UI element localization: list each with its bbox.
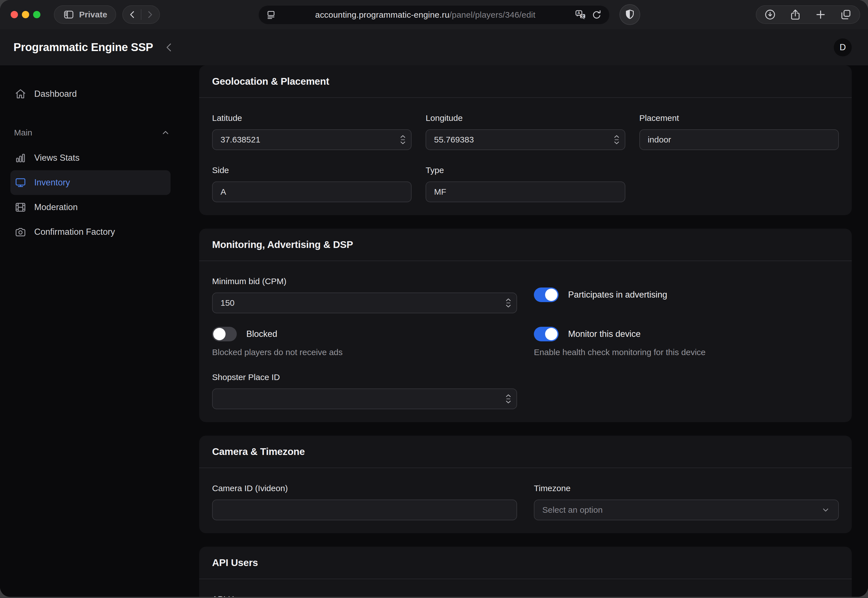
placement-input[interactable] bbox=[639, 129, 839, 150]
chevron-up-icon bbox=[160, 128, 171, 138]
field-minimum-bid: Minimum bid (CPM) bbox=[212, 276, 517, 313]
downloads-icon[interactable] bbox=[764, 8, 777, 21]
field-label: Longitude bbox=[426, 113, 625, 123]
field-label: Placement bbox=[639, 113, 839, 123]
latitude-input[interactable] bbox=[212, 129, 412, 150]
sidebar-section-main[interactable]: Main bbox=[14, 128, 171, 138]
camera-icon bbox=[15, 226, 26, 238]
app-header: Programmatic Engine SSP D bbox=[0, 29, 868, 65]
forward-button[interactable] bbox=[142, 7, 157, 22]
tab-overview-icon[interactable] bbox=[840, 8, 852, 21]
api-users-label: API Users bbox=[212, 594, 839, 597]
card-geolocation-placement: Geolocation & Placement Latitude bbox=[199, 65, 852, 215]
field-label: Camera ID (Ivideon) bbox=[212, 483, 517, 493]
field-label: Shopster Place ID bbox=[212, 372, 517, 382]
minimum-bid-input[interactable] bbox=[212, 293, 517, 313]
back-button[interactable] bbox=[125, 7, 140, 22]
helper-text: Enable health check monitoring for this … bbox=[534, 348, 839, 357]
section-label: Main bbox=[14, 128, 32, 138]
sidebar-item-confirmation-factory[interactable]: Confirmation Factory bbox=[10, 220, 171, 244]
timezone-select[interactable]: Select an option bbox=[534, 499, 839, 520]
page-title: Programmatic Engine SSP bbox=[13, 41, 153, 54]
reload-icon[interactable] bbox=[591, 9, 603, 21]
field-placement: Placement bbox=[639, 113, 839, 150]
field-longitude: Longitude bbox=[426, 113, 625, 150]
field-camera-id: Camera ID (Ivideon) bbox=[212, 483, 517, 520]
url-host: accounting.programmatic-engine.ru bbox=[315, 10, 450, 19]
close-button[interactable] bbox=[10, 11, 18, 18]
field-label: Latitude bbox=[212, 113, 412, 123]
monitor-this-device-toggle[interactable] bbox=[534, 327, 558, 341]
field-side: Side bbox=[212, 165, 412, 202]
participates-in-advertising-toggle[interactable] bbox=[534, 287, 558, 302]
url-path: /panel/players/346/edit bbox=[449, 10, 535, 19]
sidebar-toggle-icon[interactable] bbox=[63, 9, 75, 21]
field-shopster-place-id: Shopster Place ID bbox=[212, 372, 517, 409]
translate-icon[interactable]: A 文 bbox=[574, 8, 587, 21]
sidebar-item-label: Views Stats bbox=[34, 153, 79, 163]
shield-icon bbox=[624, 8, 636, 21]
card-camera-timezone: Camera & Timezone Camera ID (Ivideon) Ti… bbox=[199, 436, 852, 533]
private-label: Private bbox=[79, 10, 107, 19]
bar-chart-icon bbox=[15, 152, 26, 164]
address-bar[interactable]: accounting.programmatic-engine.ru/panel/… bbox=[259, 6, 609, 24]
stepper-icon[interactable] bbox=[400, 135, 406, 145]
monitor-toggle-group: Monitor this device Enable health check … bbox=[534, 327, 839, 357]
helper-text: Blocked players do not receive ads bbox=[212, 348, 517, 357]
sidebar-item-moderation[interactable]: Moderation bbox=[10, 195, 171, 220]
stepper-icon[interactable] bbox=[505, 298, 512, 308]
privacy-shield-button[interactable] bbox=[620, 4, 640, 25]
type-input[interactable] bbox=[426, 181, 625, 202]
card-title: Monitoring, Advertising & DSP bbox=[212, 239, 353, 250]
sidebar-item-label: Dashboard bbox=[34, 89, 77, 99]
card-monitoring-advertising-dsp: Monitoring, Advertising & DSP Minimum bi… bbox=[199, 229, 852, 422]
card-title: API Users bbox=[212, 557, 258, 568]
camera-id-input[interactable] bbox=[212, 499, 517, 520]
chevron-down-icon bbox=[821, 505, 831, 515]
nav-divider bbox=[141, 9, 141, 20]
toolbar-actions bbox=[756, 5, 860, 24]
back-chevron-icon[interactable] bbox=[163, 41, 176, 54]
toggle-label: Participates in advertising bbox=[568, 290, 667, 300]
sidebar-item-inventory[interactable]: Inventory bbox=[10, 170, 171, 195]
avatar[interactable]: D bbox=[834, 39, 852, 56]
field-label: Minimum bid (CPM) bbox=[212, 276, 517, 286]
svg-text:文: 文 bbox=[581, 14, 585, 18]
toggle-label: Monitor this device bbox=[568, 329, 641, 339]
shopster-place-id-input[interactable] bbox=[212, 389, 517, 409]
card-api-users: API Users API Users bbox=[199, 547, 852, 597]
field-label: Side bbox=[212, 165, 412, 175]
stepper-icon[interactable] bbox=[614, 135, 620, 145]
blocked-toggle[interactable] bbox=[212, 327, 237, 341]
blocked-toggle-group: Blocked Blocked players do not receive a… bbox=[212, 327, 517, 357]
url-text[interactable]: accounting.programmatic-engine.ru/panel/… bbox=[277, 10, 574, 19]
select-placeholder: Select an option bbox=[542, 505, 603, 515]
private-badge: Private bbox=[54, 5, 116, 24]
sidebar-item-views-stats[interactable]: Views Stats bbox=[10, 146, 171, 170]
sidebar: Dashboard Main Views Stats bbox=[0, 65, 185, 597]
history-nav bbox=[122, 5, 160, 24]
sidebar-item-label: Moderation bbox=[34, 202, 78, 212]
card-title: Camera & Timezone bbox=[212, 446, 305, 457]
home-icon bbox=[15, 88, 26, 100]
traffic-lights bbox=[10, 11, 40, 18]
minimize-button[interactable] bbox=[22, 11, 29, 18]
main-area: Dashboard Main Views Stats bbox=[0, 65, 868, 597]
new-tab-icon[interactable] bbox=[814, 8, 827, 21]
longitude-input[interactable] bbox=[426, 129, 625, 150]
sidebar-item-dashboard[interactable]: Dashboard bbox=[10, 82, 171, 106]
toggle-label: Blocked bbox=[246, 329, 277, 339]
page-settings-icon[interactable] bbox=[265, 9, 277, 21]
svg-text:A: A bbox=[578, 10, 580, 15]
field-latitude: Latitude bbox=[212, 113, 412, 150]
monitor-icon bbox=[15, 177, 26, 188]
stepper-icon[interactable] bbox=[505, 394, 512, 404]
sidebar-item-label: Confirmation Factory bbox=[34, 227, 115, 237]
card-title: Geolocation & Placement bbox=[212, 76, 329, 87]
side-input[interactable] bbox=[212, 181, 412, 202]
share-icon[interactable] bbox=[789, 8, 802, 21]
field-label: Type bbox=[426, 165, 625, 175]
field-label: Timezone bbox=[534, 483, 839, 493]
zoom-button[interactable] bbox=[33, 11, 40, 18]
content: Geolocation & Placement Latitude bbox=[185, 65, 868, 597]
